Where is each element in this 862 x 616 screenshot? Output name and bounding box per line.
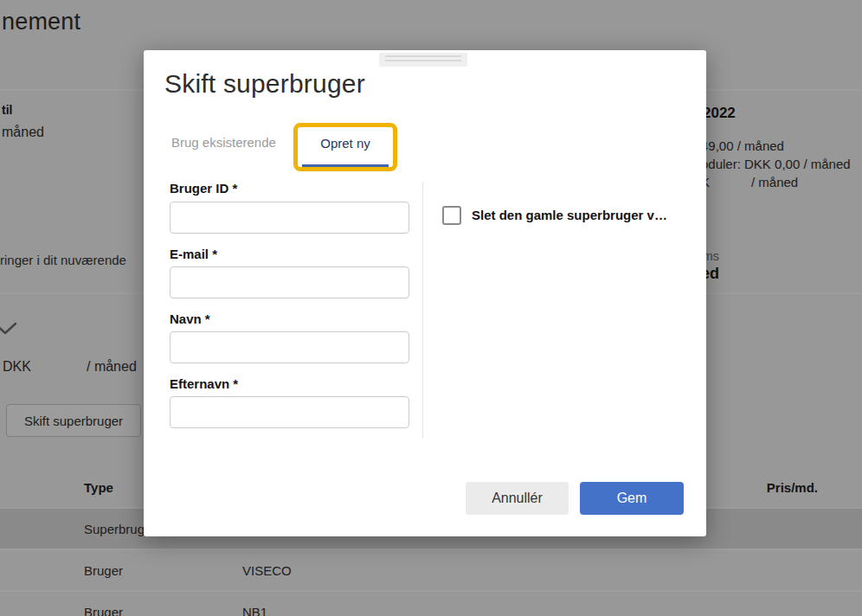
drag-handle-icon[interactable] (379, 53, 467, 67)
delete-old-superuser-label: Slet den gamle superbruger v… (472, 206, 667, 225)
efternavn-input[interactable] (170, 396, 409, 428)
navn-input[interactable] (170, 331, 409, 363)
focus-highlight-box: Opret ny (293, 123, 397, 171)
email-label: E-mail * (170, 247, 217, 261)
change-superuser-dialog: Skift superbruger Brug eksisterende Opre… (144, 50, 706, 536)
tab-use-existing[interactable]: Brug eksisterende (171, 135, 276, 150)
tab-create-new[interactable]: Opret ny (302, 127, 389, 167)
navn-label: Navn * (170, 311, 210, 326)
save-button[interactable]: Gem (580, 482, 684, 515)
efternavn-label: Efternavn * (170, 376, 238, 391)
bruger-id-label: Bruger ID * (170, 181, 237, 196)
email-input[interactable] (170, 266, 409, 298)
vertical-divider (422, 182, 423, 438)
bruger-id-input[interactable] (170, 202, 409, 234)
dialog-title: Skift superbruger (164, 69, 365, 99)
screen: nement til måned 2022 49,00 / måned odul… (0, 0, 862, 616)
cancel-button[interactable]: Annullér (466, 482, 569, 515)
delete-old-superuser-option[interactable]: Slet den gamle superbruger v… (442, 206, 689, 225)
delete-old-superuser-checkbox[interactable] (442, 206, 461, 225)
